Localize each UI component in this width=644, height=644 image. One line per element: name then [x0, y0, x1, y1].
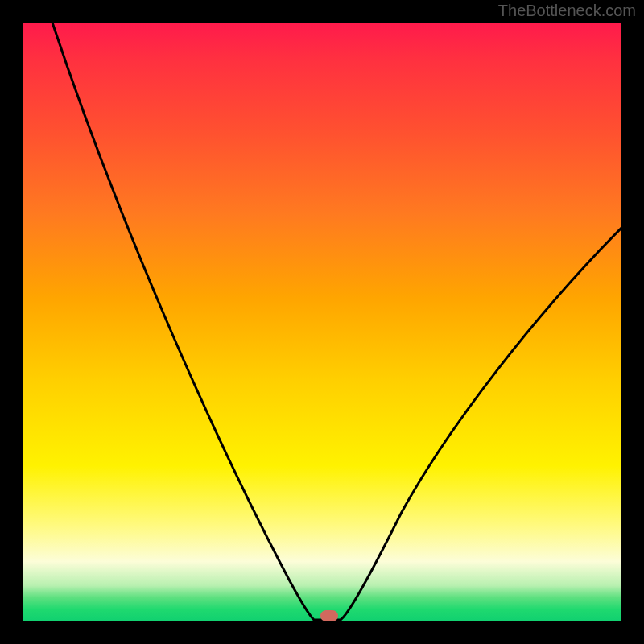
bottleneck-curve [23, 23, 621, 621]
curve-left [52, 23, 341, 620]
plot-area [23, 23, 621, 621]
optimal-marker [320, 610, 338, 621]
watermark-text: TheBottleneck.com [498, 2, 636, 20]
curve-right [341, 228, 621, 620]
